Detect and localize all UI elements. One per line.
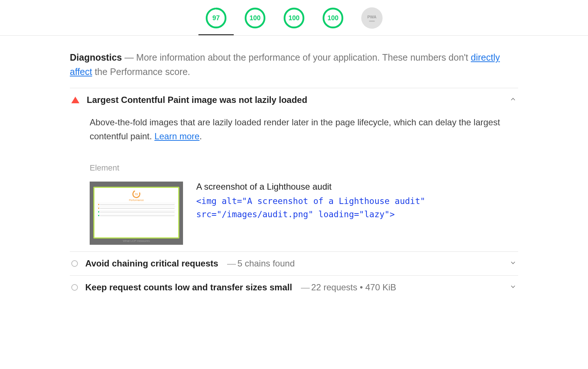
report-content: Diagnostics — More information about the…: [66, 36, 522, 299]
audit-toggle-row[interactable]: Avoid chaining critical requests —5 chai…: [71, 258, 517, 269]
audit-lcp-lazy: Largest Contentful Paint image was not l…: [70, 88, 518, 252]
score-gauge-accessibility[interactable]: 100: [244, 7, 266, 29]
score-value: 100: [283, 7, 305, 29]
thumb-gauge-icon: 73: [131, 189, 141, 199]
active-category-underline: [198, 34, 234, 35]
score-gauge-best-practices[interactable]: 100: [283, 7, 305, 29]
diagnostics-desc-part1: More information about the performance o…: [136, 52, 471, 62]
chevron-down-icon: [509, 259, 517, 268]
diagnostics-desc-part2: the Performance score.: [92, 67, 190, 77]
element-row: 73 Performance What LCP measures A scree…: [90, 182, 517, 245]
audit-toggle-row[interactable]: Largest Contentful Paint image was not l…: [71, 95, 517, 105]
chevron-down-icon: [509, 283, 517, 292]
audit-description: Above-the-fold images that are lazily lo…: [90, 115, 516, 144]
audit-extra: 5 chains found: [237, 258, 295, 268]
audit-body: Above-the-fold images that are lazily lo…: [71, 105, 517, 245]
diagnostics-header: Diagnostics — More information about the…: [70, 50, 518, 79]
element-heading: Element: [90, 163, 517, 173]
element-code-snippet: <img alt="A screenshot of a Lighthouse a…: [196, 195, 517, 221]
score-gauge-pwa[interactable]: PWA: [361, 7, 383, 29]
pwa-label: PWA: [367, 15, 376, 19]
audit-requests: Keep request counts low and transfer siz…: [70, 275, 518, 299]
diagnostics-title: Diagnostics: [70, 52, 122, 62]
audit-title: Largest Contentful Paint image was not l…: [87, 95, 307, 105]
learn-more-link[interactable]: Learn more: [154, 131, 200, 141]
element-caption: A screenshot of a Lighthouse audit: [196, 182, 517, 192]
audit-extra: 22 requests • 470 KiB: [311, 282, 396, 292]
score-gauge-seo[interactable]: 100: [322, 7, 344, 29]
circle-neutral-icon: [71, 284, 78, 291]
score-value: 100: [244, 7, 266, 29]
score-value: 100: [322, 7, 344, 29]
score-value: 97: [205, 7, 227, 29]
thumb-caption: What LCP measures: [93, 239, 179, 243]
chevron-up-icon: [509, 96, 517, 104]
pwa-bar-icon: [369, 21, 375, 22]
audit-toggle-row[interactable]: Keep request counts low and transfer siz…: [71, 282, 517, 293]
score-gauge-bar: 97 100 100 100 PWA: [0, 0, 588, 36]
score-gauge-performance[interactable]: 97: [205, 7, 227, 29]
audit-chains: Avoid chaining critical requests —5 chai…: [70, 251, 518, 275]
triangle-warning-icon: [71, 97, 79, 103]
element-thumbnail: 73 Performance What LCP measures: [90, 182, 183, 245]
audit-title: Keep request counts low and transfer siz…: [85, 282, 292, 293]
audit-title: Avoid chaining critical requests: [85, 258, 218, 269]
thumb-gauge-label: Performance: [97, 199, 175, 201]
circle-neutral-icon: [71, 260, 78, 267]
